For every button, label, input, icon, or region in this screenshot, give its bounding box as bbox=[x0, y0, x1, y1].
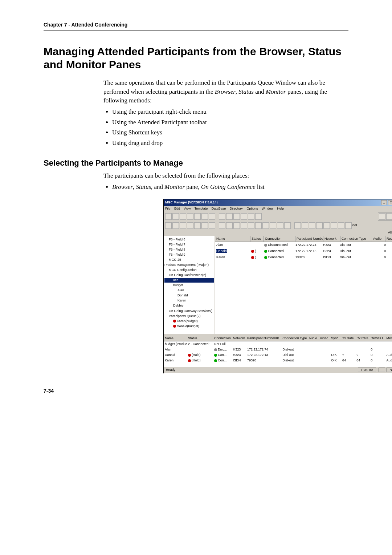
toolbar-button[interactable] bbox=[294, 222, 301, 229]
col-connection[interactable]: Connection bbox=[264, 236, 295, 242]
list-row[interactable]: Donald (... Connected 172.22.172.13 H323… bbox=[215, 248, 392, 254]
list-row[interactable]: Alan Disconnected 172.22.172.74 H323 Dia… bbox=[215, 242, 392, 248]
col-network[interactable]: Network bbox=[323, 236, 340, 242]
filter-dropdown-all[interactable]: All bbox=[388, 230, 392, 235]
col-connection-type[interactable]: Connection Type bbox=[281, 336, 307, 341]
toolbar-button[interactable] bbox=[233, 213, 240, 220]
toolbar-button[interactable] bbox=[219, 222, 225, 229]
toolbar-button[interactable] bbox=[248, 213, 254, 220]
status-row[interactable]: Donald (Hold) Con... H323 172.22.172.13 … bbox=[164, 352, 392, 358]
menu-directory[interactable]: Directory bbox=[230, 207, 243, 210]
toolbar-button[interactable] bbox=[345, 222, 352, 229]
toolbar-button[interactable] bbox=[194, 213, 201, 220]
tree-node[interactable]: Donald bbox=[164, 293, 214, 298]
tree-node[interactable]: On Going Gateway Sessions( bbox=[164, 309, 214, 313]
tree-node-ace[interactable]: ace bbox=[164, 278, 214, 283]
toolbar-button[interactable] bbox=[309, 222, 315, 229]
toolbar-button[interactable] bbox=[241, 222, 247, 229]
toolbar-button[interactable] bbox=[209, 213, 215, 220]
tree-node[interactable]: Debbie bbox=[164, 303, 214, 308]
tree-node[interactable]: MGC-25 bbox=[164, 258, 214, 262]
titlebar[interactable]: MGC Manager (VERSION 7.5.0.14) _ □ × bbox=[164, 199, 392, 206]
toolbar-button[interactable] bbox=[302, 222, 308, 229]
toolbar-button[interactable] bbox=[226, 213, 233, 220]
toolbar-button[interactable] bbox=[277, 222, 283, 229]
status-row[interactable]: budget (Produc... 2 - Connected; Not Ful… bbox=[164, 341, 392, 347]
menu-template[interactable]: Template bbox=[195, 207, 208, 210]
tree-node[interactable]: F6 - Field 9 bbox=[164, 252, 214, 257]
menu-edit[interactable]: Edit bbox=[174, 207, 180, 210]
toolbar-button[interactable] bbox=[180, 222, 186, 229]
menu-view[interactable]: View bbox=[184, 207, 191, 210]
toolbar-button[interactable] bbox=[165, 213, 172, 220]
menu-options[interactable]: Options bbox=[246, 207, 258, 210]
list-row[interactable]: Karen (... Connected 79320 ISDN Dial-out… bbox=[215, 254, 392, 260]
toolbar-button[interactable] bbox=[165, 222, 172, 229]
menu-window[interactable]: Window bbox=[262, 207, 273, 210]
col-status[interactable]: Status bbox=[250, 236, 264, 242]
browser-tree[interactable]: F6 - Field 6 F6 - Field 7 F6 - Field 8 F… bbox=[164, 236, 215, 334]
col-connection[interactable]: Connection bbox=[213, 336, 232, 341]
tree-node[interactable]: F6 - Field 7 bbox=[164, 242, 214, 247]
menu-help[interactable]: Help bbox=[277, 207, 284, 210]
status-row[interactable]: Alan Disc... H323 172.22.172.74 Dial-out… bbox=[164, 347, 392, 352]
tree-node[interactable]: F6 - Field 8 bbox=[164, 247, 214, 252]
toolbar-button[interactable] bbox=[331, 222, 337, 229]
col-participant-number[interactable]: Participant Number\IP ... bbox=[246, 336, 281, 341]
toolbar-button[interactable] bbox=[316, 222, 323, 229]
toolbar-button[interactable] bbox=[284, 222, 291, 229]
tree-node[interactable]: F6 - Field 6 bbox=[164, 237, 214, 242]
col-participant-number[interactable]: Participant Number\... bbox=[295, 236, 323, 242]
toolbar-button[interactable] bbox=[270, 222, 276, 229]
toolbar-button[interactable] bbox=[201, 222, 208, 229]
menu-database[interactable]: DataBase bbox=[212, 207, 226, 210]
col-audio[interactable]: Audio bbox=[372, 236, 385, 242]
col-name[interactable]: Name bbox=[215, 236, 250, 242]
toolbar-button[interactable] bbox=[209, 222, 215, 229]
menu-file[interactable]: File bbox=[165, 207, 171, 210]
toolbar-button[interactable] bbox=[233, 222, 240, 229]
tree-node[interactable]: MCU Configuration bbox=[164, 268, 214, 272]
status-row[interactable]: Karen (Hold) Con... ISDN 79320 Dial-out … bbox=[164, 358, 392, 363]
col-video[interactable]: Video bbox=[319, 336, 330, 341]
tree-node[interactable]: Donald(budget) bbox=[164, 324, 214, 329]
toolbar-button[interactable] bbox=[262, 222, 269, 229]
toolbar-button[interactable] bbox=[219, 213, 225, 220]
toolbar-button[interactable] bbox=[323, 222, 330, 229]
toolbar-button[interactable] bbox=[338, 222, 344, 229]
toolbar-button[interactable] bbox=[241, 213, 247, 220]
toolbar-button[interactable] bbox=[172, 213, 179, 220]
col-audio[interactable]: Audio bbox=[307, 336, 319, 341]
col-tx-rate[interactable]: Tx Rate bbox=[341, 336, 355, 341]
col-connection-type[interactable]: Connection Type bbox=[340, 236, 372, 242]
col-rx-rate[interactable]: Rx Rate bbox=[355, 336, 369, 341]
toolbar-button[interactable] bbox=[194, 222, 201, 229]
tree-node-budget[interactable]: budget bbox=[164, 283, 214, 288]
col-retries-left[interactable]: Retries L... bbox=[369, 336, 385, 341]
toolbar-button[interactable] bbox=[255, 213, 262, 220]
col-status[interactable]: Status bbox=[187, 336, 213, 341]
toolbar-button[interactable] bbox=[172, 222, 179, 229]
tree-node[interactable]: Participants Queue(2) bbox=[164, 314, 214, 319]
col-name[interactable]: Name bbox=[164, 336, 187, 341]
toolbar-button[interactable] bbox=[187, 213, 193, 220]
toolbar-button[interactable] bbox=[226, 222, 233, 229]
attended-button[interactable] bbox=[386, 213, 392, 220]
col-media[interactable]: Media Mo bbox=[385, 336, 392, 341]
col-sync[interactable]: Sync bbox=[330, 336, 341, 341]
attended-button[interactable] bbox=[379, 213, 385, 220]
toolbar-button[interactable] bbox=[180, 213, 186, 220]
minimize-button[interactable]: _ bbox=[381, 200, 387, 205]
toolbar-button[interactable] bbox=[201, 213, 208, 220]
tree-node[interactable]: On Going Conferences(2) bbox=[164, 273, 214, 278]
col-retries[interactable]: Retrie bbox=[385, 236, 392, 242]
toolbar-button[interactable] bbox=[255, 222, 262, 229]
toolbar-button[interactable] bbox=[248, 222, 254, 229]
col-network[interactable]: Network bbox=[232, 336, 246, 341]
toolbar-button[interactable] bbox=[187, 222, 193, 229]
maximize-button[interactable]: □ bbox=[388, 200, 392, 205]
tree-node[interactable]: Alan bbox=[164, 288, 214, 293]
tree-node[interactable]: Product Management ( Major ) bbox=[164, 263, 214, 267]
tree-node[interactable]: Karen(budget) bbox=[164, 319, 214, 324]
tree-node[interactable]: Karen bbox=[164, 298, 214, 303]
